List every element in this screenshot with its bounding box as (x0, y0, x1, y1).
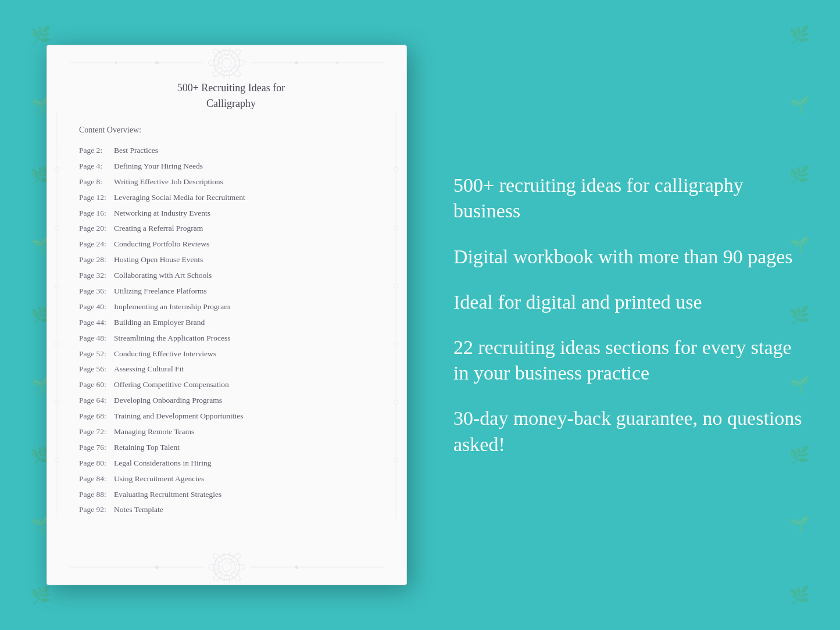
toc-page-number: Page 40: (79, 302, 114, 313)
svg-point-15 (115, 62, 117, 64)
toc-page-title: Offering Competitive Compensation (114, 380, 229, 391)
toc-page-number: Page 12: (79, 192, 114, 203)
toc-item: Page 80:Legal Considerations in Hiring (79, 458, 383, 469)
toc-page-number: Page 56: (79, 364, 114, 375)
svg-point-3 (224, 47, 230, 56)
toc-item: Page 64:Developing Onboarding Programs (79, 395, 383, 406)
toc-item: Page 24:Conducting Portfolio Reviews (79, 239, 383, 250)
toc-page-number: Page 32: (79, 270, 114, 281)
toc-page-number: Page 4: (79, 161, 114, 172)
svg-point-13 (155, 61, 159, 65)
doc-side-left (47, 80, 67, 550)
toc-item: Page 16:Networking at Industry Events (79, 208, 383, 219)
feature-item-2: Digital workbook with more than 90 pages (453, 244, 805, 270)
toc-page-number: Page 64: (79, 395, 114, 406)
toc-page-number: Page 44: (79, 317, 114, 328)
toc-page-number: Page 84: (79, 474, 114, 485)
toc-page-number: Page 8: (79, 177, 114, 188)
toc-page-number: Page 88: (79, 489, 114, 500)
doc-side-right (386, 80, 406, 550)
toc-page-number: Page 80: (79, 458, 114, 469)
feature-item-3: Ideal for digital and printed use (453, 289, 805, 315)
document-title: 500+ Recruiting Ideas for Calligraphy (79, 80, 383, 112)
toc-page-title: Streamlining the Application Process (114, 333, 231, 344)
toc-page-title: Building an Employer Brand (114, 317, 205, 328)
toc-page-number: Page 68: (79, 411, 114, 422)
svg-point-1 (218, 54, 235, 71)
toc-item: Page 92:Notes Template (79, 504, 383, 516)
features-panel: 500+ recruiting ideas for calligraphy bu… (442, 173, 805, 457)
toc-page-title: Networking at Industry Events (114, 208, 210, 219)
toc-page-title: Writing Effective Job Descriptions (114, 177, 223, 188)
toc-page-title: Evaluating Recruitment Strategies (114, 489, 221, 500)
svg-point-16 (336, 62, 338, 64)
toc-item: Page 48:Streamlining the Application Pro… (79, 333, 383, 344)
toc-item: Page 36:Utilizing Freelance Platforms (79, 286, 383, 297)
toc-item: Page 88:Evaluating Recruitment Strategie… (79, 489, 383, 500)
toc-page-number: Page 20: (79, 223, 114, 234)
document-title-line1: 500+ Recruiting Ideas for (177, 82, 285, 94)
content-overview-label: Content Overview: (79, 126, 383, 135)
toc-item: Page 28:Hosting Open House Events (79, 255, 383, 266)
toc-item: Page 44:Building an Employer Brand (79, 317, 383, 328)
toc-page-number: Page 36: (79, 286, 114, 297)
toc-item: Page 84:Using Recruitment Agencies (79, 474, 383, 485)
toc-item: Page 40:Implementing an Internship Progr… (79, 302, 383, 313)
toc-page-title: Developing Onboarding Programs (114, 395, 222, 406)
toc-page-title: Conducting Portfolio Reviews (114, 239, 209, 250)
feature-item-1: 500+ recruiting ideas for calligraphy bu… (453, 173, 805, 224)
toc-item: Page 32:Collaborating with Art Schools (79, 270, 383, 281)
features-list: 500+ recruiting ideas for calligraphy bu… (453, 173, 805, 457)
toc-item: Page 56:Assessing Cultural Fit (79, 364, 383, 375)
toc-page-title: Assessing Cultural Fit (114, 364, 184, 375)
document-page: 500+ Recruiting Ideas for Calligraphy Co… (47, 45, 407, 585)
document-content: 500+ Recruiting Ideas for Calligraphy Co… (79, 80, 383, 585)
toc-page-title: Collaborating with Art Schools (114, 270, 212, 281)
toc-item: Page 72:Managing Remote Teams (79, 427, 383, 438)
svg-point-14 (295, 61, 298, 65)
toc-page-title: Legal Considerations in Hiring (114, 458, 212, 469)
toc-page-title: Retaining Top Talent (114, 442, 180, 453)
toc-item: Page 68:Training and Development Opportu… (79, 411, 383, 422)
toc-page-title: Creating a Referral Program (114, 223, 203, 234)
toc-page-number: Page 28: (79, 255, 114, 266)
document-mockup: 500+ Recruiting Ideas for Calligraphy Co… (47, 45, 407, 585)
feature-item-5: 30-day money-back guarantee, no question… (453, 406, 805, 457)
toc-item: Page 52:Conducting Effective Interviews (79, 349, 383, 360)
feature-item-4: 22 recruiting ideas sections for every s… (453, 335, 805, 386)
toc-page-title: Best Practices (114, 145, 158, 156)
toc-page-title: Utilizing Freelance Platforms (114, 286, 207, 297)
toc-page-number: Page 2: (79, 145, 114, 156)
toc-item: Page 2:Best Practices (79, 145, 383, 156)
toc-page-number: Page 60: (79, 380, 114, 391)
toc-page-number: Page 48: (79, 333, 114, 344)
toc-page-title: Conducting Effective Interviews (114, 349, 216, 360)
toc-item: Page 60:Offering Competitive Compensatio… (79, 380, 383, 391)
toc-page-number: Page 24: (79, 239, 114, 250)
svg-point-7 (224, 70, 230, 79)
toc-item: Page 20:Creating a Referral Program (79, 223, 383, 234)
toc-page-title: Defining Your Hiring Needs (114, 161, 203, 172)
doc-pattern-top (47, 45, 406, 80)
table-of-contents: Page 2:Best PracticesPage 4:Defining You… (79, 145, 383, 516)
toc-page-title: Notes Template (114, 504, 163, 516)
toc-page-title: Leveraging Social Media for Recruitment (114, 192, 245, 203)
toc-page-title: Using Recruitment Agencies (114, 474, 204, 485)
toc-item: Page 8:Writing Effective Job Description… (79, 177, 383, 188)
toc-page-title: Hosting Open House Events (114, 255, 203, 266)
document-title-line2: Calligraphy (206, 98, 256, 109)
svg-point-2 (222, 58, 231, 67)
toc-page-number: Page 76: (79, 442, 114, 453)
main-container: 500+ Recruiting Ideas for Calligraphy Co… (0, 0, 840, 630)
toc-item: Page 12:Leveraging Social Media for Recr… (79, 192, 383, 203)
toc-item: Page 4:Defining Your Hiring Needs (79, 161, 383, 172)
toc-item: Page 76:Retaining Top Talent (79, 442, 383, 453)
toc-page-title: Managing Remote Teams (114, 427, 194, 438)
toc-page-number: Page 92: (79, 504, 114, 516)
toc-page-title: Training and Development Opportunities (114, 411, 244, 422)
toc-page-number: Page 52: (79, 349, 114, 360)
toc-page-number: Page 72: (79, 427, 114, 438)
toc-page-title: Implementing an Internship Program (114, 302, 230, 313)
toc-page-number: Page 16: (79, 208, 114, 219)
